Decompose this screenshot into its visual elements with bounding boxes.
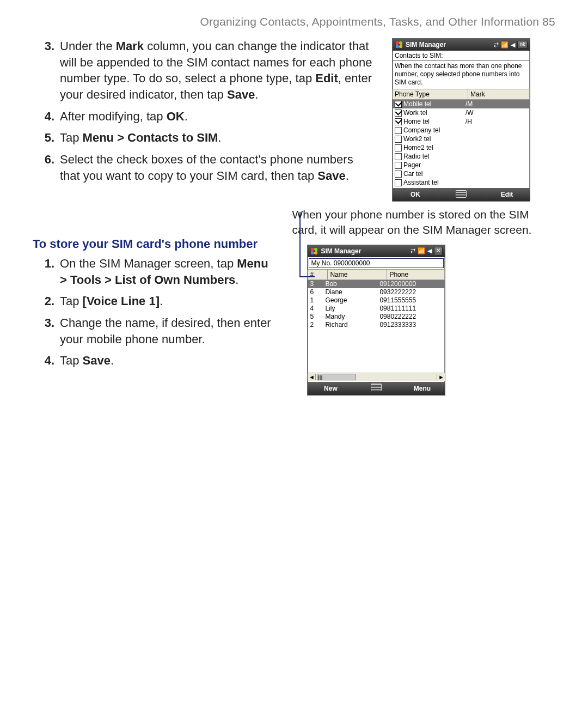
steps-second-group: 1. On the SIM Manager screen, tap Menu >… [33,256,275,369]
contact-row[interactable]: 3Bob0912000000 [308,280,445,288]
contact-index: 5 [310,313,325,321]
volume-icon: ◀ [511,41,515,48]
checkbox[interactable] [395,153,402,160]
phone-type-label: Home tel [403,118,430,125]
phone-type-list: Mobile tel/MWork tel/WHome tel/HCompany … [393,100,530,187]
subheading: To store your SIM card's phone number [33,237,275,251]
callout-line [299,212,301,277]
sip-keyboard-icon[interactable] [438,190,484,199]
contact-phone: 0912333333 [379,321,443,329]
sip-keyboard-icon[interactable] [353,384,399,393]
phone-type-label: Car tel [403,170,422,178]
windows-logo-icon [395,40,403,49]
step-number: 1. [33,256,60,288]
phone-type-row[interactable]: Car tel [393,169,530,178]
scroll-left-arrow-icon[interactable]: ◄ [308,374,316,380]
checkbox[interactable] [395,171,402,178]
phone-title-bar: SIM Manager ⇄ 📶 ◀ ok [393,39,530,51]
my-number-field[interactable]: My No. 0900000000 [309,258,444,268]
contact-phone: 0912000000 [379,280,443,288]
horizontal-scrollbar[interactable]: ◄ III ► [308,373,445,381]
phone-title-bar: SIM Manager ⇄ 📶 ◀ ✕ [308,245,445,257]
contact-phone: 0911555555 [379,296,443,305]
col-mark: Mark [468,89,530,99]
soft-key-bar: New Menu [308,382,445,395]
softkey-ok[interactable]: OK [393,191,438,198]
step-text: Under the Mark column, you can change th… [60,38,376,103]
screenshot-sim-manager-list: SIM Manager ⇄ 📶 ◀ ✕ My No. 0900000000 # … [307,245,445,396]
scroll-thumb[interactable]: III [317,374,356,380]
checkbox[interactable] [395,179,402,186]
signal-icon: 📶 [501,41,509,48]
checkbox[interactable] [395,144,402,151]
screen-note: When the contact has more than one phone… [393,61,530,89]
ok-button[interactable]: ok [517,41,528,48]
step-text: On the SIM Manager screen, tap Menu > To… [60,256,275,288]
contact-name: Mandy [325,313,379,321]
contact-name: George [325,296,379,305]
soft-key-bar: OK Edit [393,188,530,201]
contact-row[interactable]: 4Lily0981111111 [308,305,445,313]
contact-row[interactable]: 1George0911555555 [308,296,445,305]
phone-type-label: Radio tel [403,153,429,160]
contact-row[interactable]: 5Mandy0980222222 [308,313,445,321]
contacts-list: 3Bob09120000006Diane09322222221George091… [308,280,445,373]
softkey-edit[interactable]: Edit [484,191,530,198]
phone-type-row[interactable]: Home2 tel [393,143,530,152]
step-text: Tap Save. [60,353,275,369]
phone-type-row[interactable]: Work2 tel [393,135,530,143]
figure-caption: When your phone number is stored on the … [292,207,555,238]
volume-icon: ◀ [427,247,432,254]
step-number: 5. [33,130,60,146]
contact-index: 4 [310,305,325,313]
table-header: # Name Phone [308,269,445,280]
phone-type-label: Work2 tel [403,135,431,143]
softkey-menu[interactable]: Menu [399,385,445,392]
phone-type-label: Pager [403,161,421,169]
checkbox[interactable] [395,127,402,134]
close-button[interactable]: ✕ [434,247,443,256]
connectivity-icon: ⇄ [494,41,499,48]
phone-type-row[interactable]: Company tel [393,126,530,135]
step-text: Tap [Voice Line 1]. [60,293,275,309]
phone-type-row[interactable]: Radio tel [393,152,530,161]
checkbox[interactable] [395,136,402,143]
mark-value: /M [465,100,528,108]
checkbox[interactable] [395,118,402,125]
mark-value: /H [465,118,528,125]
step-text: Change the name, if desired, then enter … [60,315,275,347]
phone-type-row[interactable]: Assistant tel [393,178,530,187]
contact-index: 2 [310,321,325,329]
step-number: 4. [33,108,60,125]
scroll-right-arrow-icon[interactable]: ► [437,374,445,380]
page-running-head: Organizing Contacts, Appointments, Tasks… [33,15,555,28]
phone-type-label: Mobile tel [403,100,431,108]
windows-logo-icon [310,247,318,256]
phone-type-row[interactable]: Mobile tel/M [393,100,530,108]
callout-line [299,276,315,277]
phone-type-label: Assistant tel [403,179,439,186]
contact-row[interactable]: 2Richard0912333333 [308,321,445,329]
phone-window-title: SIM Manager [321,247,408,255]
signal-icon: 📶 [418,247,425,254]
contact-phone: 0980222222 [379,313,443,321]
contact-index: 6 [310,288,325,296]
col-index: # [308,270,328,280]
step-text: Select the check boxes of the contact's … [60,151,376,184]
col-phone-type: Phone Type [393,89,468,99]
contact-row[interactable]: 6Diane0932222222 [308,288,445,296]
step-number: 2. [33,293,60,309]
checkbox[interactable] [395,110,402,117]
checkbox[interactable] [395,101,402,108]
screenshot-contacts-to-sim: SIM Manager ⇄ 📶 ◀ ok Contacts to SIM: Wh… [392,38,530,202]
contact-name: Richard [325,321,379,329]
contact-index: 1 [310,296,325,305]
checkbox[interactable] [395,162,402,169]
phone-type-row[interactable]: Home tel/H [393,117,530,126]
connectivity-icon: ⇄ [411,247,415,254]
step-number: 6. [33,151,60,184]
softkey-new[interactable]: New [308,385,353,392]
phone-type-row[interactable]: Work tel/W [393,108,530,117]
contact-name: Bob [325,280,379,288]
phone-type-row[interactable]: Pager [393,161,530,169]
